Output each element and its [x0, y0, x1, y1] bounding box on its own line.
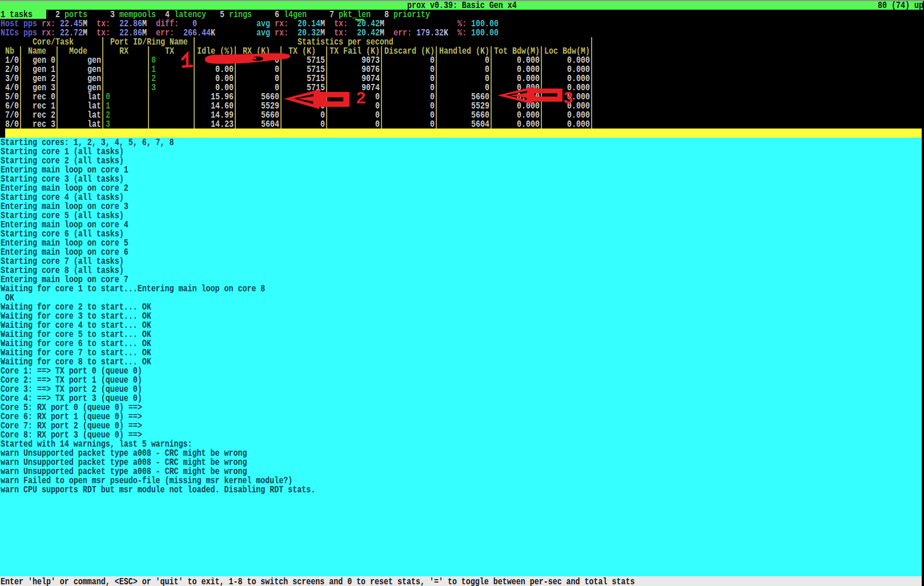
svg-text:2: 2 — [356, 89, 365, 107]
svg-text:3: 3 — [564, 89, 573, 107]
